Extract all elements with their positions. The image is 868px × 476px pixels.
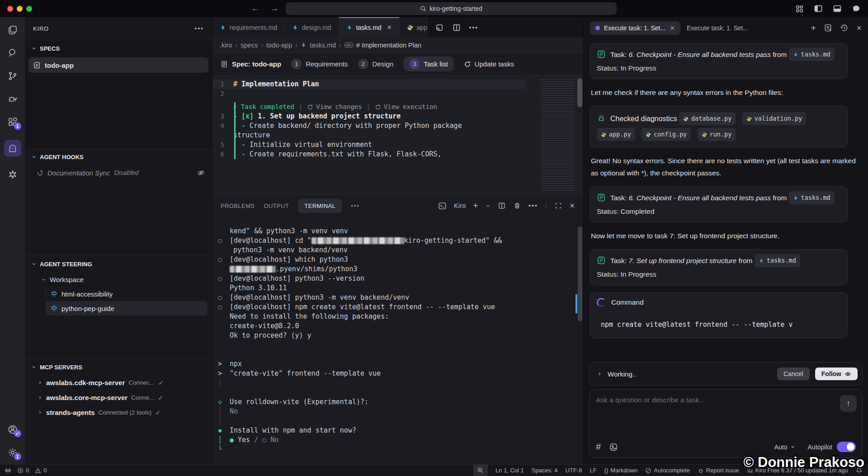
split-terminal-icon[interactable] bbox=[498, 202, 506, 210]
sparkle-icon[interactable] bbox=[7, 169, 18, 180]
command-center-search[interactable]: kiro-getting-started bbox=[286, 2, 617, 15]
breadcrumb[interactable]: .kiro› specs› todo-app› tasks.md› abc # … bbox=[212, 38, 583, 52]
command-code[interactable]: npm create vite@latest frontend -- --tem… bbox=[590, 312, 847, 338]
follow-button[interactable]: Follow bbox=[815, 368, 858, 380]
run-debug-icon[interactable] bbox=[7, 94, 18, 104]
encoding[interactable]: UTF-8 bbox=[566, 467, 582, 474]
steering-workspace-group[interactable]: Workspace bbox=[25, 272, 212, 287]
zoom-status-icon[interactable] bbox=[473, 465, 488, 476]
terminal-scrollbar[interactable] bbox=[577, 226, 583, 460]
forward-icon[interactable]: → bbox=[271, 4, 278, 13]
steering-item-html-accessibility[interactable]: html-accessibility bbox=[46, 287, 212, 301]
step-requirements[interactable]: 1Requirements bbox=[291, 59, 348, 69]
language-mode[interactable]: {} Markdown bbox=[604, 467, 638, 474]
open-preview-icon[interactable] bbox=[435, 23, 444, 32]
agent-hooks-header[interactable]: AGENT HOOKS bbox=[25, 149, 212, 165]
tab-problems[interactable]: PROBLEMS bbox=[221, 203, 255, 209]
panel-tabs-more-icon[interactable]: ••• bbox=[351, 203, 360, 209]
editor-scrollbar[interactable] bbox=[577, 78, 582, 107]
eol-sequence[interactable]: LF bbox=[590, 467, 596, 474]
view-execution-lens[interactable]: View execution bbox=[384, 102, 437, 112]
close-panel-icon[interactable]: ✕ bbox=[570, 202, 575, 209]
remote-indicator-icon[interactable] bbox=[5, 467, 11, 474]
settings-gear-icon[interactable]: 1 bbox=[7, 447, 18, 458]
report-issue[interactable]: Report issue bbox=[698, 467, 739, 474]
step-design[interactable]: 2Design bbox=[358, 59, 394, 69]
mode-dropdown[interactable]: Auto bbox=[774, 443, 795, 451]
tab-terminal[interactable]: TERMINAL bbox=[298, 199, 342, 213]
tab-design-md[interactable]: design.md bbox=[285, 17, 339, 38]
hook-documentation-sync[interactable]: Documentation Sync Disabled bbox=[25, 165, 212, 180]
toggle-sidebar-icon[interactable] bbox=[814, 4, 823, 13]
chat-input[interactable] bbox=[596, 396, 856, 442]
task-list-icon[interactable] bbox=[824, 24, 832, 32]
task-completed-lens[interactable]: Task completed bbox=[241, 102, 294, 112]
file-chip-tasks-md[interactable]: tasks.md bbox=[789, 48, 835, 61]
toggle-panel-icon[interactable] bbox=[833, 4, 842, 13]
file-chip-tasks-md[interactable]: tasks.md bbox=[789, 191, 835, 204]
agent-steering-header[interactable]: AGENT STEERING bbox=[25, 256, 212, 272]
file-chip-tasks-md[interactable]: tasks.md bbox=[755, 254, 800, 267]
terminal-output[interactable]: kend" && python3 -m venv venv ○[dev@loca… bbox=[212, 217, 583, 454]
mcp-server-strands[interactable]: strands-agents Connected (2 tools) ✓ bbox=[25, 405, 212, 420]
autopilot-toggle[interactable] bbox=[837, 442, 856, 452]
attach-image-icon[interactable] bbox=[609, 443, 618, 452]
back-icon[interactable]: ← bbox=[251, 4, 259, 13]
terminal-dropdown-icon[interactable] bbox=[486, 203, 491, 208]
zoom-window-button[interactable] bbox=[26, 6, 32, 12]
close-tab-icon[interactable]: ✕ bbox=[387, 24, 392, 31]
file-chip-config-py[interactable]: config.py bbox=[642, 128, 691, 141]
close-chat-panel-icon[interactable]: ✕ bbox=[856, 24, 862, 32]
chat-bubble-icon[interactable] bbox=[852, 4, 861, 13]
close-window-button[interactable] bbox=[7, 6, 13, 12]
tab-app-py[interactable]: app.py bbox=[400, 17, 428, 38]
mcp-server-core[interactable]: awslabs.core-mcp-server Conne... ✓ bbox=[25, 390, 212, 405]
source-control-icon[interactable] bbox=[7, 71, 18, 81]
view-changes-lens[interactable]: View changes bbox=[316, 102, 362, 112]
split-editor-icon[interactable] bbox=[452, 23, 461, 32]
search-view-icon[interactable] bbox=[7, 47, 18, 58]
cancel-button[interactable]: Cancel bbox=[777, 368, 810, 380]
sidebar-item-todo-app[interactable]: todo-app bbox=[28, 57, 208, 73]
step-task-list[interactable]: 3Task list bbox=[403, 57, 453, 71]
eye-off-icon[interactable] bbox=[197, 169, 205, 177]
explorer-icon[interactable] bbox=[7, 24, 18, 35]
editor-content[interactable]: 1 # Implementation Plan 2 ✓ Task complet… bbox=[212, 75, 583, 194]
indentation[interactable]: Spaces: 4 bbox=[532, 467, 558, 474]
tab-requirements-md[interactable]: requirements.md bbox=[212, 17, 285, 38]
customize-layout-icon[interactable] bbox=[795, 4, 804, 13]
file-chip-app-py[interactable]: app.py bbox=[597, 128, 635, 141]
extensions-icon[interactable]: 1 bbox=[7, 117, 18, 127]
new-terminal-icon[interactable]: + bbox=[473, 201, 479, 211]
accounts-icon[interactable]: ✓ bbox=[7, 424, 18, 435]
file-chip-validation-py[interactable]: validation.py bbox=[742, 112, 807, 125]
tab-output[interactable]: OUTPUT bbox=[264, 203, 289, 209]
file-chip-database-py[interactable]: database.py bbox=[679, 112, 736, 125]
kill-terminal-icon[interactable] bbox=[513, 202, 521, 210]
new-session-icon[interactable]: + bbox=[811, 23, 816, 33]
mcp-server-cdk[interactable]: awslabs.cdk-mcp-server Connec... ✓ bbox=[25, 375, 212, 390]
terminal-more-icon[interactable]: ••• bbox=[528, 202, 538, 209]
maximize-panel-icon[interactable] bbox=[554, 202, 562, 210]
errors-status[interactable]: 0 0 bbox=[17, 467, 47, 474]
history-icon[interactable] bbox=[840, 24, 849, 32]
minimize-window-button[interactable] bbox=[17, 6, 23, 12]
context-hash-icon[interactable]: # bbox=[596, 442, 601, 452]
update-tasks-button[interactable]: Update tasks bbox=[464, 60, 514, 68]
chat-messages[interactable]: Task: 6. Checkpoint - Ensure all backend… bbox=[584, 38, 868, 361]
minimap[interactable] bbox=[541, 79, 575, 191]
kiro-agent-icon[interactable] bbox=[4, 140, 21, 157]
send-button[interactable]: ↑ bbox=[840, 395, 857, 412]
chat-tab-1[interactable]: Execute task: 1. Set... ✕ bbox=[590, 21, 680, 35]
editor-more-actions-icon[interactable]: ••• bbox=[469, 24, 479, 31]
autocomplete-status[interactable]: Autocomplete bbox=[645, 467, 690, 474]
sidebar-more-icon[interactable]: ••• bbox=[194, 25, 204, 32]
chevron-right-icon[interactable] bbox=[597, 371, 602, 377]
mcp-servers-header[interactable]: MCP SERVERS bbox=[25, 359, 212, 375]
close-chat-tab-icon[interactable]: ✕ bbox=[670, 24, 675, 32]
chat-tab-2[interactable]: Execute task: 1. Set... bbox=[687, 24, 748, 32]
cursor-position[interactable]: Ln 1, Col 1 bbox=[495, 467, 524, 474]
steering-item-python-pep-guide[interactable]: python-pep-guide bbox=[46, 301, 208, 316]
specs-section-header[interactable]: SPECS bbox=[25, 40, 212, 57]
tab-tasks-md[interactable]: tasks.md ✕ bbox=[339, 17, 400, 38]
